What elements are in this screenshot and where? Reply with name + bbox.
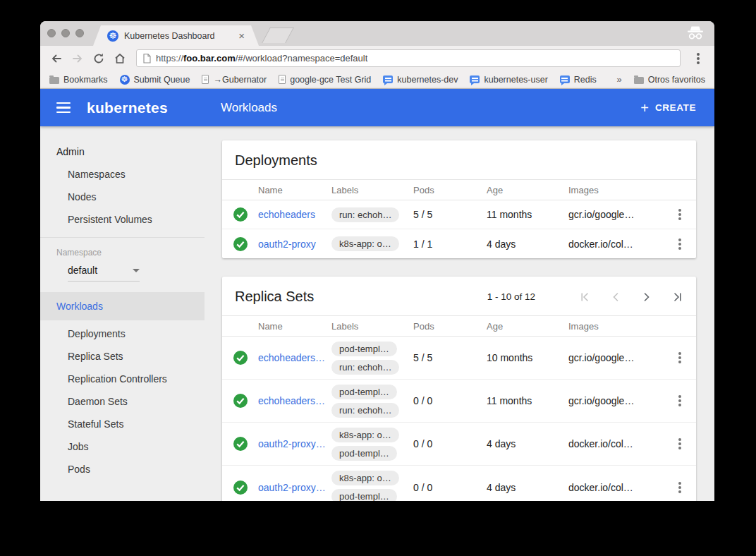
kubernetes-dashboard: kubernetes Workloads + CREATE Admin Name… <box>40 89 714 501</box>
age-cell: 4 days <box>487 438 568 449</box>
bookmark-label: Redis <box>574 75 597 85</box>
deployments-card: Deployments Name Labels Pods Age Images <box>222 140 696 258</box>
next-page-icon[interactable] <box>641 291 652 303</box>
label-chip: k8s-app: o… <box>331 236 399 251</box>
window-zoom-button[interactable] <box>75 29 84 37</box>
labels-cell: pod-templ…run: echoh… <box>331 342 413 375</box>
row-menu-icon[interactable] <box>678 442 681 445</box>
column-labels: Labels <box>331 321 413 332</box>
url-scheme: https:// <box>156 53 183 64</box>
sidebar-item[interactable]: Replication Controllers <box>40 368 205 390</box>
status-ok-icon <box>233 437 258 451</box>
kubernetes-logo[interactable]: kubernetes <box>87 99 168 116</box>
status-ok-icon <box>233 394 258 408</box>
label-chip: run: echoh… <box>331 403 399 418</box>
row-menu-icon[interactable] <box>678 213 681 216</box>
back-icon[interactable] <box>47 49 66 68</box>
column-labels: Labels <box>331 185 413 195</box>
sidebar-item[interactable]: Daemon Sets <box>40 390 205 413</box>
table-row: echoheaders… pod-templ…run: echoh… 5 / 5… <box>222 337 696 380</box>
folder-icon <box>49 77 59 84</box>
column-images: Images <box>568 185 664 195</box>
row-menu-icon[interactable] <box>678 243 681 246</box>
deployments-title: Deployments <box>235 152 317 169</box>
kubernetes-favicon-icon <box>107 30 118 42</box>
sidebar: Admin NamespacesNodesPersistent Volumes … <box>40 126 205 501</box>
label-chip: pod-templ… <box>331 342 397 356</box>
bookmark-label: google-gce Test Grid <box>290 75 371 85</box>
tab-close-icon[interactable]: × <box>238 30 245 41</box>
row-menu-icon[interactable] <box>678 356 681 359</box>
label-chip: k8s-app: o… <box>331 428 399 442</box>
bookmark-item[interactable]: Redis <box>560 75 597 85</box>
row-menu-icon[interactable] <box>678 399 681 402</box>
bookmark-item[interactable]: kubernetes-dev <box>383 75 458 85</box>
pagination: 1 - 10 of 12 <box>487 291 683 303</box>
sidebar-item[interactable]: Replica Sets <box>40 345 205 368</box>
bookmarks-overflow-icon[interactable]: » <box>616 74 621 85</box>
previous-page-icon[interactable] <box>610 291 621 303</box>
images-cell: gcr.io/google… <box>568 352 664 363</box>
hamburger-menu-icon[interactable] <box>56 102 71 114</box>
resource-name-link[interactable]: oauth2-proxy… <box>258 438 326 449</box>
resource-name-link[interactable]: oauth2-proxy… <box>258 482 326 493</box>
browser-tab[interactable]: Kubernetes Dashboard × <box>93 25 259 46</box>
column-age: Age <box>487 321 568 332</box>
reload-icon[interactable] <box>90 49 108 68</box>
bookmark-item[interactable]: Bookmarks <box>49 75 108 85</box>
status-ok-icon <box>233 237 258 251</box>
last-page-icon[interactable] <box>672 291 683 303</box>
create-button[interactable]: + CREATE <box>640 101 696 115</box>
window-close-button[interactable] <box>47 29 56 37</box>
resource-name-link[interactable]: echoheaders… <box>258 352 325 363</box>
bookmark-folder-otros[interactable]: Otros favoritos <box>634 75 705 85</box>
pods-cell: 5 / 5 <box>413 209 487 220</box>
table-row: oauth2-proxy… k8s-app: o…pod-templ… 0 / … <box>222 466 696 501</box>
main-content: Deployments Name Labels Pods Age Images <box>205 126 714 501</box>
bookmark-item[interactable]: Submit Queue <box>120 75 190 85</box>
home-icon[interactable] <box>111 49 129 68</box>
bookmark-item[interactable]: google-gce Test Grid <box>279 75 371 85</box>
images-cell: docker.io/col… <box>568 482 664 493</box>
sidebar-item[interactable]: Persistent Volumes <box>40 208 205 231</box>
namespace-select[interactable]: default <box>68 265 140 282</box>
incognito-icon <box>686 25 705 43</box>
table-row: echoheaders… pod-templ…run: echoh… 0 / 0… <box>222 380 696 423</box>
replica-sets-title: Replica Sets <box>235 289 314 305</box>
column-pods: Pods <box>413 185 487 195</box>
plus-icon: + <box>640 101 649 115</box>
resource-name-link[interactable]: echoheaders… <box>258 395 325 406</box>
chat-icon <box>560 75 570 83</box>
window-minimize-button[interactable] <box>61 29 70 37</box>
label-chip: run: echoh… <box>331 360 399 375</box>
app-header: kubernetes Workloads + CREATE <box>40 89 714 126</box>
browser-menu-icon[interactable] <box>689 49 707 68</box>
sidebar-item[interactable]: Nodes <box>40 186 205 208</box>
labels-cell: run: echoh… <box>331 207 413 222</box>
bookmarks-bar: Bookmarks Submit Queue →Gubernator googl… <box>40 71 714 89</box>
forward-icon[interactable] <box>68 49 87 68</box>
sidebar-item[interactable]: Deployments <box>40 322 205 345</box>
labels-cell: k8s-app: o… <box>331 236 413 251</box>
sidebar-item-admin[interactable]: Admin <box>40 140 205 163</box>
sidebar-item[interactable]: Namespaces <box>40 163 205 186</box>
sidebar-item[interactable]: Stateful Sets <box>40 413 205 435</box>
bookmark-item[interactable]: →Gubernator <box>202 75 267 85</box>
age-cell: 11 months <box>487 209 568 220</box>
status-ok-icon <box>233 207 258 222</box>
resource-name-link[interactable]: oauth2-proxy <box>258 238 316 250</box>
resource-name-link[interactable]: echoheaders <box>258 209 315 220</box>
url-host: foo.bar.com <box>183 53 236 64</box>
bookmark-item[interactable]: kubernetes-user <box>470 75 547 85</box>
sidebar-item[interactable]: Pods <box>40 458 205 481</box>
kubernetes-icon <box>120 75 130 85</box>
first-page-icon[interactable] <box>579 291 590 303</box>
row-menu-icon[interactable] <box>678 486 681 489</box>
images-cell: docker.io/col… <box>568 438 664 449</box>
new-tab-button[interactable] <box>262 28 294 43</box>
bookmark-label: →Gubernator <box>213 75 267 85</box>
label-chip: pod-templ… <box>331 385 397 399</box>
address-bar[interactable]: https://foo.bar.com/#/workload?namespace… <box>136 49 681 67</box>
sidebar-item-workloads[interactable]: Workloads <box>40 292 205 320</box>
sidebar-item[interactable]: Jobs <box>40 435 205 458</box>
